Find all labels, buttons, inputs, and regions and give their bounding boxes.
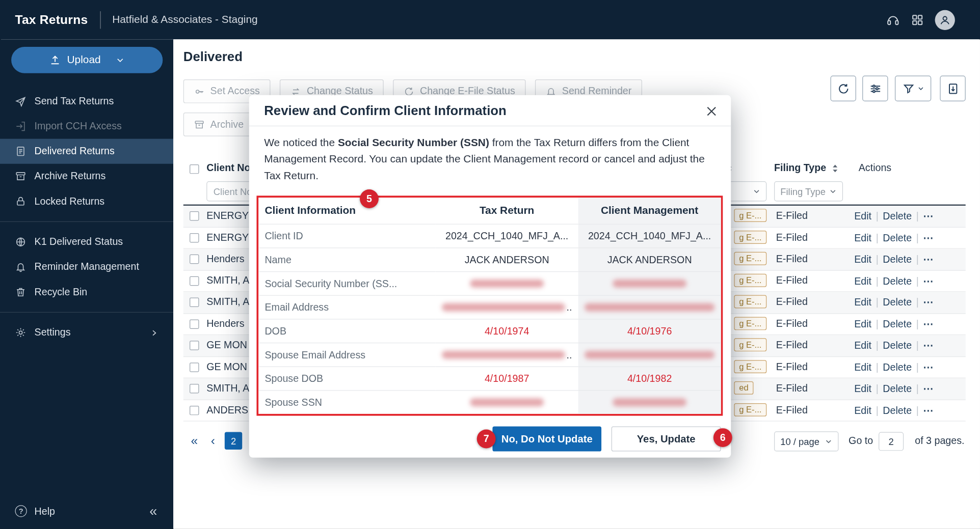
row-checkbox[interactable] (190, 341, 199, 350)
delete-link[interactable]: Delete (883, 297, 912, 308)
select-all-checkbox[interactable] (190, 164, 199, 174)
sidebar-item-label: Recycle Bin (35, 286, 88, 297)
status-badge: g E-... (734, 295, 766, 309)
delete-link[interactable]: Delete (883, 211, 912, 221)
edit-link[interactable]: Edit (854, 211, 871, 221)
chevron-down-icon (917, 85, 924, 92)
help-icon: ? (15, 505, 27, 517)
client-name: SMITH, A (206, 383, 249, 394)
row-checkbox[interactable] (190, 363, 199, 372)
headset-support-icon[interactable] (886, 13, 900, 26)
more-actions[interactable]: ⋯ (923, 383, 934, 394)
upload-button[interactable]: Upload (11, 47, 163, 73)
delete-link[interactable]: Delete (883, 405, 912, 415)
first-page-button[interactable]: « (191, 433, 198, 448)
upload-label: Upload (67, 54, 100, 67)
total-pages-label: of 3 pages. (915, 435, 964, 447)
sidebar-item-settings[interactable]: Settings (0, 320, 173, 345)
apps-grid-icon[interactable] (911, 13, 924, 26)
sidebar-item-k1-delivered-status[interactable]: K1 Delivered Status (0, 230, 173, 255)
filing-type: E-Filed (776, 253, 808, 264)
goto-page-input[interactable] (879, 432, 904, 451)
row-checkbox[interactable] (190, 255, 199, 264)
more-actions[interactable]: ⋯ (923, 211, 934, 221)
more-actions[interactable]: ⋯ (923, 319, 934, 329)
close-icon[interactable] (705, 104, 719, 118)
edit-link[interactable]: Edit (854, 275, 871, 286)
column-settings-button[interactable] (862, 76, 888, 101)
row-checkbox[interactable] (190, 298, 199, 307)
delete-link[interactable]: Delete (883, 319, 912, 329)
app-window: Tax Returns Hatfield & Associates - Stag… (0, 0, 980, 529)
row-label: Client ID (258, 224, 436, 248)
collapse-sidebar-icon[interactable]: « (149, 504, 157, 518)
client-name: ENERGY (206, 210, 249, 221)
row-checkbox[interactable] (190, 276, 199, 285)
tax-return-value-redacted: .. (436, 343, 578, 367)
sidebar-item-recycle-bin[interactable]: Recycle Bin (0, 280, 173, 304)
tax-return-value: JACK ANDERSON (436, 247, 578, 271)
more-actions[interactable]: ⋯ (923, 232, 934, 243)
more-actions[interactable]: ⋯ (923, 405, 934, 415)
edit-link[interactable]: Edit (854, 319, 871, 329)
goto-page-label: Go to (849, 435, 873, 447)
client-mgmt-value: 2024_CCH_1040_MFJ_A... (578, 224, 721, 248)
annotation-step-5-badge: 5 (360, 189, 379, 208)
row-checkbox[interactable] (190, 319, 199, 328)
filing-type: E-Filed (776, 404, 808, 415)
sidebar-item-locked-returns[interactable]: Locked Returns (0, 189, 173, 214)
row-label: Email Address (258, 295, 436, 319)
user-avatar[interactable] (935, 10, 955, 30)
delete-link[interactable]: Delete (883, 254, 912, 265)
sidebar-item-archive-returns[interactable]: Archive Returns (0, 164, 173, 189)
client-name: ANDERS (206, 404, 248, 415)
filing-type-filter-select[interactable]: Filing Type (774, 181, 843, 201)
page-size-select[interactable]: 10 / page (774, 431, 838, 451)
edit-link[interactable]: Edit (854, 383, 871, 394)
sidebar-item-import-cch-axcess[interactable]: Import CCH Axcess (0, 114, 173, 138)
chevron-right-icon (150, 328, 158, 337)
sidebar-item-label: Import CCH Axcess (35, 121, 122, 132)
row-checkbox[interactable] (190, 233, 199, 242)
more-actions[interactable]: ⋯ (923, 297, 934, 308)
client-column-header[interactable]: Client No (206, 162, 250, 174)
edit-link[interactable]: Edit (854, 254, 871, 265)
sidebar-item-delivered-returns[interactable]: Delivered Returns (0, 139, 173, 164)
edit-link[interactable]: Edit (854, 361, 871, 372)
edit-link[interactable]: Edit (854, 340, 871, 351)
redacted-value (585, 351, 714, 359)
more-actions[interactable]: ⋯ (923, 275, 934, 286)
row-checkbox[interactable] (190, 405, 199, 414)
bell-icon (15, 261, 26, 272)
delete-link[interactable]: Delete (883, 383, 912, 394)
more-actions[interactable]: ⋯ (923, 254, 934, 265)
refresh-grid-button[interactable] (831, 76, 856, 101)
more-actions[interactable]: ⋯ (923, 361, 934, 372)
delete-link[interactable]: Delete (883, 275, 912, 286)
previous-page-button[interactable]: ‹ (211, 433, 215, 448)
no-do-not-update-button[interactable]: No, Do Not Update (492, 426, 601, 451)
row-checkbox[interactable] (190, 384, 199, 393)
sidebar-item-send-tax-returns[interactable]: Send Tax Returns (0, 89, 173, 114)
edit-link[interactable]: Edit (854, 232, 871, 243)
more-actions[interactable]: ⋯ (923, 340, 934, 351)
edit-link[interactable]: Edit (854, 405, 871, 415)
export-button[interactable] (940, 76, 965, 101)
row-checkbox[interactable] (190, 211, 199, 220)
archive-button[interactable]: Archive (183, 113, 254, 136)
sort-icon[interactable] (832, 164, 839, 173)
sidebar-item-reminder-management[interactable]: Reminder Management (0, 255, 173, 280)
client-mgmt-value: JACK ANDERSON (578, 247, 721, 271)
refresh-icon (837, 82, 850, 95)
delete-link[interactable]: Delete (883, 340, 912, 351)
actions-column-header: Actions (859, 162, 891, 174)
yes-update-button[interactable]: Yes, Update (612, 426, 721, 451)
filter-button[interactable] (895, 76, 931, 101)
filing-type-column-header[interactable]: Filing Type (774, 162, 826, 174)
delete-link[interactable]: Delete (883, 361, 912, 372)
row-label: DOB (258, 319, 436, 343)
delete-link[interactable]: Delete (883, 232, 912, 243)
current-page-button[interactable]: 2 (225, 432, 242, 450)
edit-link[interactable]: Edit (854, 297, 871, 308)
sidebar-item-help[interactable]: ? Help « (0, 498, 173, 524)
